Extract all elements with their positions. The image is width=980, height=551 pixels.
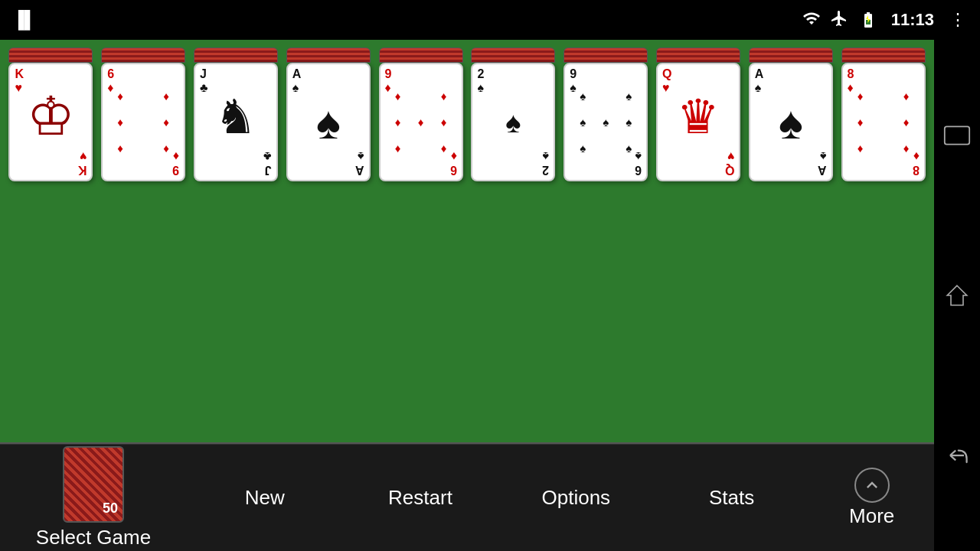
card-rank-bottom: 8♦	[913, 150, 920, 177]
card-column-2: 6♦ ♦ ♦ ♦ ♦ ♦ ♦ 9♦	[100, 47, 187, 181]
card-face: ♛	[677, 88, 720, 144]
card-column-7: 9♠ ♠ ♠ ♠ ♠ ♠ ♠ ♠ 6♠	[563, 47, 649, 181]
card-face: ♞	[214, 88, 257, 144]
card-jack-clubs[interactable]: J♣ ♞ J♣	[194, 63, 278, 181]
card-rank-bottom: K♥	[78, 150, 87, 177]
toolbar: 50 Select Game New Restart Options Stats…	[0, 444, 934, 551]
card-6-diamonds[interactable]: 6♦ ♦ ♦ ♦ ♦ ♦ ♦ 9♦	[101, 63, 185, 181]
cards-area: K♥ ♔ K♥ 6♦ ♦ ♦ ♦ ♦ ♦ ♦	[8, 47, 926, 181]
card-rank-bottom: J♣	[263, 150, 272, 177]
game-area[interactable]: K♥ ♔ K♥ 6♦ ♦ ♦ ♦ ♦ ♦ ♦	[0, 40, 934, 444]
menu-icon: ▐▌	[12, 10, 36, 30]
card-queen-hearts[interactable]: Q♥ ♛ Q♥	[656, 63, 740, 181]
more-label: More	[849, 504, 894, 528]
card-rank-top: A♠	[755, 67, 764, 94]
select-game-button[interactable]: 50 Select Game	[0, 445, 187, 551]
back-button[interactable]	[940, 439, 974, 472]
card-column-10: 8♦ ♦ ♦ ♦ ♦ ♦ ♦ 8♦	[840, 47, 926, 181]
overflow-menu-icon[interactable]: ⋮	[949, 10, 968, 30]
new-game-button[interactable]: New	[187, 445, 342, 551]
card-column-1: K♥ ♔ K♥	[8, 47, 94, 181]
svg-rect-1	[945, 126, 969, 144]
card-rank-bottom: 6♦	[450, 150, 457, 177]
card-ace-spades[interactable]: A♠ ♠ A♠	[286, 63, 371, 181]
more-circle-icon	[854, 468, 890, 503]
card-9-spades[interactable]: 9♠ ♠ ♠ ♠ ♠ ♠ ♠ ♠ 6♠	[564, 63, 648, 181]
card-9-diamonds[interactable]: 9♦ ♦ ♦ ♦ ♦ ♦ ♦ ♦ 6♦	[379, 63, 463, 181]
stats-button[interactable]: Stats	[654, 445, 809, 551]
card-stack-top-3	[194, 47, 278, 63]
card-rank-top: A♠	[292, 67, 302, 94]
card-rank-top: J♣	[200, 67, 208, 94]
card-rank-bottom: 2♠	[542, 150, 549, 177]
svg-marker-2	[947, 285, 967, 305]
card-pip: ♠	[316, 96, 341, 148]
clock: 11:13	[891, 10, 934, 30]
card-stack-top-6	[471, 47, 555, 63]
restart-label: Restart	[388, 486, 452, 510]
new-label: New	[245, 486, 285, 510]
card-pips: ♦ ♦ ♦ ♦ ♦ ♦	[109, 83, 178, 161]
card-rank-bottom: A♠	[355, 150, 364, 177]
card-stack-top-5	[379, 47, 463, 63]
card-pip: ♠	[779, 96, 803, 148]
home-button[interactable]	[940, 279, 974, 312]
navigation-bar	[934, 40, 980, 551]
restart-button[interactable]: Restart	[342, 445, 498, 551]
card-rank-bottom: 9♦	[172, 150, 179, 177]
card-rank-bottom: A♠	[818, 150, 827, 177]
options-button[interactable]: Options	[498, 445, 654, 551]
options-label: Options	[542, 486, 611, 510]
more-button[interactable]: More	[809, 445, 934, 551]
card-face: ♔	[27, 90, 75, 143]
landscape-button[interactable]	[940, 119, 974, 152]
status-bar: ▐▌ 11:13 ⋮	[0, 0, 980, 40]
card-pips: ♦ ♦ ♦ ♦ ♦ ♦ ♦	[387, 83, 456, 161]
card-stack-top-4	[286, 47, 371, 63]
card-pips: ♦ ♦ ♦ ♦ ♦ ♦	[849, 83, 918, 161]
card-column-8: Q♥ ♛ Q♥	[655, 47, 742, 181]
card-stack-top-2	[101, 47, 185, 63]
wifi-icon	[802, 9, 821, 31]
card-rank-top: K♥	[15, 67, 24, 94]
card-column-3: J♣ ♞ J♣	[193, 47, 279, 181]
game-number: 50	[103, 500, 118, 517]
card-stack-top-1	[8, 47, 93, 63]
card-ace-spades-2[interactable]: A♠ ♠ A♠	[749, 63, 833, 181]
battery-icon	[858, 11, 879, 29]
stats-label: Stats	[709, 486, 754, 510]
card-stack-top-9	[749, 47, 833, 63]
card-pip: ♠	[505, 106, 521, 139]
select-game-label: Select Game	[36, 526, 151, 549]
card-column-4: A♠ ♠ A♠	[285, 47, 371, 181]
card-king-hearts[interactable]: K♥ ♔ K♥	[8, 63, 93, 181]
card-stack-top-8	[656, 47, 740, 63]
card-column-6: 2♠ ♠ 2♠	[470, 47, 557, 181]
card-2-spades[interactable]: 2♠ ♠ 2♠	[471, 63, 555, 181]
card-column-9: A♠ ♠ A♠	[747, 47, 834, 181]
card-stack-top-7	[564, 47, 648, 63]
airplane-icon	[830, 9, 848, 31]
game-thumbnail: 50	[63, 446, 124, 523]
card-pips: ♠ ♠ ♠ ♠ ♠ ♠ ♠	[571, 83, 640, 161]
card-rank-top: Q♥	[662, 67, 671, 94]
card-rank-top: 2♠	[477, 67, 484, 94]
card-column-5: 9♦ ♦ ♦ ♦ ♦ ♦ ♦ ♦ 6♦	[377, 47, 464, 181]
card-rank-bottom: Q♥	[725, 150, 734, 177]
card-8-diamonds[interactable]: 8♦ ♦ ♦ ♦ ♦ ♦ ♦ 8♦	[841, 63, 926, 181]
card-stack-top-10	[841, 47, 926, 63]
card-rank-bottom: 6♠	[635, 150, 642, 177]
